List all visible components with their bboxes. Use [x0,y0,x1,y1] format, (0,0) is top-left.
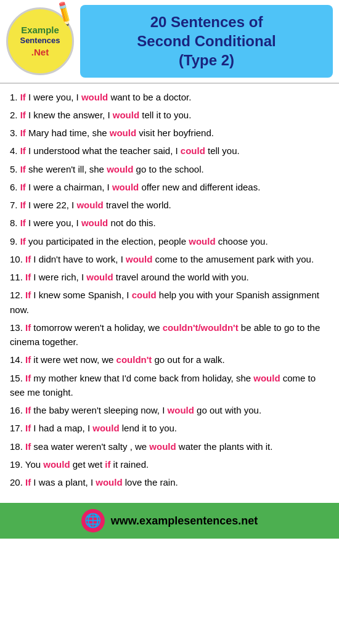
sentence-text: it were wet now, we [31,354,116,365]
sentence-number: 11. [10,272,25,282]
sentence-text: my mother knew that I'd come back from h… [31,373,253,383]
sentence-text: I understood what the teacher said, I [26,145,181,156]
list-item: 6. If I were a chairman, I would offer n… [10,180,329,194]
list-item: 16. If the baby weren't sleeping now, I … [10,403,329,417]
sentence-number: 19. [10,459,25,470]
sentence-text: go out with you. [194,405,261,415]
list-item: 4. If I understood what the teacher said… [10,144,329,158]
list-item: 10. If I didn't have to work, I would co… [10,252,329,266]
keyword-would: would [149,441,176,452]
sentence-text: I didn't have to work, I [31,254,126,264]
sentence-text: tell you. [205,145,240,156]
sentence-text: come to the amusement park with you. [152,254,314,264]
keyword-if: If [20,236,26,247]
list-item: 9. If you participated in the election, … [10,234,329,248]
sentence-text: Mary had time, she [26,128,110,138]
keyword-would: would [43,459,70,470]
sentence-text: lend it to you. [120,423,177,433]
keyword-if: If [25,405,31,415]
keyword-would: would [126,254,152,264]
logo-text: Example Sentences .Net [20,24,60,59]
sentence-number: 20. [10,477,25,487]
sentence-number: 12. [10,290,25,300]
header: ✏️ Example Sentences .Net 20 Sentences o… [0,0,339,84]
sentence-text: visit her boyfriend. [136,128,214,138]
sentence-text: I knew the answer, I [26,110,113,120]
keyword-if: If [20,145,26,156]
sentence-text: go to the school. [133,164,203,174]
keyword-would: would [107,164,133,174]
title-box: 20 Sentences of Second Conditional (Type… [80,5,333,78]
sentence-number: 4. [10,145,20,156]
sentence-text: I knew some Spanish, I [31,290,131,300]
keyword-would: would [113,110,139,120]
keyword-would: would [112,182,139,192]
list-item: 11. If I were rich, I would travel aroun… [10,270,329,284]
sentence-text: I were you, I [26,92,81,102]
sentence-text: sea water weren't salty , we [31,441,149,452]
sentence-number: 5. [10,164,20,174]
sentence-number: 6. [10,182,20,192]
sentence-text: the baby weren't sleeping now, I [31,405,167,415]
sentence-text: want to be a doctor. [108,92,191,102]
keyword-if: If [25,272,31,282]
sentence-number: 17. [10,423,25,433]
page-title: 20 Sentences of Second Conditional (Type… [90,12,323,70]
logo-sentences: Sentences [20,36,60,46]
list-item: 17. If I had a map, I would lend it to y… [10,421,329,435]
keyword-if: If [25,477,31,487]
keyword-if: If [25,354,31,365]
sentence-text: travel the world. [104,200,171,210]
keyword-if: If [25,423,31,433]
keyword-would: would [81,218,108,228]
keyword-could: could [181,145,205,156]
sentence-text: I was a plant, I [31,477,96,487]
sentence-text: I had a map, I [31,423,92,433]
sentence-text: I were rich, I [31,272,86,282]
keyword-could: could [132,290,157,300]
keyword-could: couldn't/wouldn't [163,322,239,333]
list-item: 12. If I knew some Spanish, I could help… [10,288,329,317]
list-item: 8. If I were you, I would not do this. [10,216,329,230]
list-item: 20. If I was a plant, I would love the r… [10,475,329,489]
sentence-number: 3. [10,128,20,138]
sentence-number: 2. [10,110,20,120]
keyword-could: couldn't [116,354,152,365]
sentence-number: 18. [10,441,25,452]
sentence-text: you participated in the election, people [26,236,189,247]
keyword-if: If [20,200,26,210]
list-item: 15. If my mother knew that I'd come back… [10,371,329,400]
sentence-text: she weren't ill, she [26,164,107,174]
pencil-icon: ✏️ [50,0,79,27]
list-item: 13. If tomorrow weren't a holiday, we co… [10,320,329,349]
sentence-text: offer new and different ideas. [139,182,260,192]
sentence-text: not do this. [108,218,156,228]
logo: ✏️ Example Sentences .Net [6,7,74,75]
sentence-number: 14. [10,354,25,365]
sentence-number: 15. [10,373,25,383]
list-item: 3. If Mary had time, she would visit her… [10,126,329,140]
keyword-if: If [20,92,26,102]
sentence-number: 9. [10,236,20,247]
sentence-text: water the plants with it. [176,441,273,452]
keyword-if: If [20,164,26,174]
sentence-text: I were a chairman, I [26,182,112,192]
sentence-number: 10. [10,254,25,264]
sentence-text: tell it to you. [139,110,191,120]
sentence-text: love the rain. [123,477,178,487]
keyword-would: would [110,128,136,138]
keyword-would: would [92,423,119,433]
sentence-number: 8. [10,218,20,228]
keyword-if: If [25,441,31,452]
list-item: 14. If it were wet now, we couldn't go o… [10,353,329,367]
keyword-if: If [20,128,26,138]
keyword-would: would [86,272,113,282]
keyword-if: If [20,182,26,192]
list-item: 18. If sea water weren't salty , we woul… [10,439,329,454]
keyword-would: would [168,405,194,415]
keyword-would: would [76,200,103,210]
keyword-would: would [253,373,280,383]
sentence-number: 13. [10,322,25,333]
sentence-text: I were 22, I [26,200,77,210]
sentence-number: 7. [10,200,20,210]
